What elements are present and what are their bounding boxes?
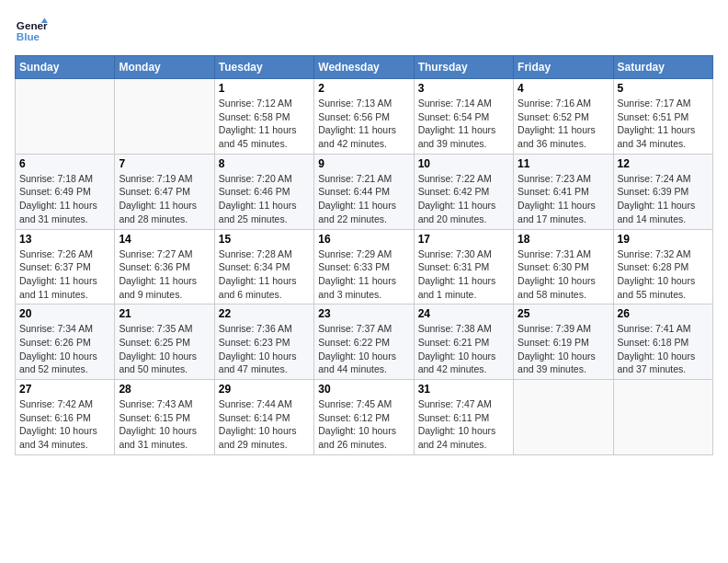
day-info: Sunrise: 7:37 AMSunset: 6:22 PMDaylight:… [318, 322, 409, 376]
day-number: 5 [618, 82, 709, 95]
calendar-table: SundayMondayTuesdayWednesdayThursdayFrid… [15, 55, 713, 455]
day-info: Sunrise: 7:39 AMSunset: 6:19 PMDaylight:… [518, 322, 609, 376]
calendar-cell: 21Sunrise: 7:35 AMSunset: 6:25 PMDayligh… [115, 304, 214, 380]
day-number: 28 [119, 383, 210, 396]
day-number: 19 [618, 233, 709, 246]
day-info: Sunrise: 7:32 AMSunset: 6:28 PMDaylight:… [618, 247, 709, 302]
day-number: 18 [518, 233, 609, 246]
day-info: Sunrise: 7:38 AMSunset: 6:21 PMDaylight:… [418, 322, 509, 376]
day-number: 12 [618, 157, 709, 170]
day-info: Sunrise: 7:41 AMSunset: 6:18 PMDaylight:… [618, 322, 709, 376]
day-number: 11 [518, 157, 609, 170]
calendar-cell: 23Sunrise: 7:37 AMSunset: 6:22 PMDayligh… [314, 304, 414, 380]
day-number: 27 [19, 383, 110, 396]
day-header-sunday: Sunday [16, 56, 115, 79]
calendar-cell: 4Sunrise: 7:16 AMSunset: 6:52 PMDaylight… [514, 79, 613, 155]
day-info: Sunrise: 7:21 AMSunset: 6:44 PMDaylight:… [318, 172, 409, 226]
day-info: Sunrise: 7:17 AMSunset: 6:51 PMDaylight:… [618, 97, 709, 151]
calendar-cell: 10Sunrise: 7:22 AMSunset: 6:42 PMDayligh… [414, 154, 513, 229]
page-header: General Blue [15, 15, 713, 48]
day-number: 23 [318, 307, 409, 320]
day-info: Sunrise: 7:35 AMSunset: 6:25 PMDaylight:… [119, 322, 210, 376]
calendar-cell: 5Sunrise: 7:17 AMSunset: 6:51 PMDaylight… [613, 79, 712, 155]
calendar-cell: 8Sunrise: 7:20 AMSunset: 6:46 PMDaylight… [214, 154, 313, 229]
day-number: 21 [119, 307, 210, 320]
day-info: Sunrise: 7:47 AMSunset: 6:11 PMDaylight:… [418, 397, 509, 452]
week-row-5: 27Sunrise: 7:42 AMSunset: 6:16 PMDayligh… [16, 380, 713, 455]
day-number: 15 [219, 233, 310, 246]
calendar-cell: 1Sunrise: 7:12 AMSunset: 6:58 PMDaylight… [214, 79, 313, 155]
day-number: 14 [119, 233, 210, 246]
day-info: Sunrise: 7:23 AMSunset: 6:41 PMDaylight:… [518, 172, 609, 226]
day-number: 29 [219, 383, 310, 396]
calendar-cell: 27Sunrise: 7:42 AMSunset: 6:16 PMDayligh… [16, 380, 115, 455]
day-info: Sunrise: 7:19 AMSunset: 6:47 PMDaylight:… [119, 172, 210, 226]
calendar-cell: 30Sunrise: 7:45 AMSunset: 6:12 PMDayligh… [314, 380, 414, 455]
calendar-cell: 14Sunrise: 7:27 AMSunset: 6:36 PMDayligh… [115, 229, 214, 304]
week-row-3: 13Sunrise: 7:26 AMSunset: 6:37 PMDayligh… [16, 229, 713, 304]
day-info: Sunrise: 7:34 AMSunset: 6:26 PMDaylight:… [19, 322, 110, 376]
calendar-cell [514, 380, 613, 455]
day-info: Sunrise: 7:43 AMSunset: 6:15 PMDaylight:… [119, 397, 210, 452]
day-number: 24 [418, 307, 509, 320]
svg-text:Blue: Blue [17, 30, 40, 42]
day-header-monday: Monday [115, 56, 214, 79]
day-number: 16 [318, 233, 409, 246]
calendar-cell [115, 79, 214, 155]
day-header-tuesday: Tuesday [214, 56, 313, 79]
day-number: 9 [318, 157, 409, 170]
day-header-wednesday: Wednesday [314, 56, 414, 79]
calendar-cell [16, 79, 115, 155]
calendar-cell: 19Sunrise: 7:32 AMSunset: 6:28 PMDayligh… [613, 229, 712, 304]
day-number: 3 [418, 82, 509, 95]
day-info: Sunrise: 7:42 AMSunset: 6:16 PMDaylight:… [19, 397, 110, 452]
day-number: 2 [318, 82, 409, 95]
calendar-cell: 29Sunrise: 7:44 AMSunset: 6:14 PMDayligh… [214, 380, 313, 455]
day-number: 4 [518, 82, 609, 95]
day-number: 30 [318, 383, 409, 396]
calendar-cell: 24Sunrise: 7:38 AMSunset: 6:21 PMDayligh… [414, 304, 513, 380]
week-row-4: 20Sunrise: 7:34 AMSunset: 6:26 PMDayligh… [16, 304, 713, 380]
day-info: Sunrise: 7:36 AMSunset: 6:23 PMDaylight:… [219, 322, 310, 376]
day-info: Sunrise: 7:12 AMSunset: 6:58 PMDaylight:… [219, 97, 310, 151]
day-info: Sunrise: 7:28 AMSunset: 6:34 PMDaylight:… [219, 247, 310, 302]
calendar-cell: 26Sunrise: 7:41 AMSunset: 6:18 PMDayligh… [613, 304, 712, 380]
calendar-cell: 6Sunrise: 7:18 AMSunset: 6:49 PMDaylight… [16, 154, 115, 229]
day-info: Sunrise: 7:45 AMSunset: 6:12 PMDaylight:… [318, 397, 409, 452]
day-info: Sunrise: 7:24 AMSunset: 6:39 PMDaylight:… [618, 172, 709, 226]
day-number: 6 [19, 157, 110, 170]
day-info: Sunrise: 7:29 AMSunset: 6:33 PMDaylight:… [318, 247, 409, 302]
week-row-1: 1Sunrise: 7:12 AMSunset: 6:58 PMDaylight… [16, 79, 713, 155]
day-info: Sunrise: 7:20 AMSunset: 6:46 PMDaylight:… [219, 172, 310, 226]
day-header-thursday: Thursday [414, 56, 513, 79]
day-number: 25 [518, 307, 609, 320]
calendar-cell: 20Sunrise: 7:34 AMSunset: 6:26 PMDayligh… [16, 304, 115, 380]
day-number: 7 [119, 157, 210, 170]
calendar-cell: 13Sunrise: 7:26 AMSunset: 6:37 PMDayligh… [16, 229, 115, 304]
day-info: Sunrise: 7:30 AMSunset: 6:31 PMDaylight:… [418, 247, 509, 302]
calendar-cell: 15Sunrise: 7:28 AMSunset: 6:34 PMDayligh… [214, 229, 313, 304]
day-info: Sunrise: 7:31 AMSunset: 6:30 PMDaylight:… [518, 247, 609, 302]
calendar-cell: 25Sunrise: 7:39 AMSunset: 6:19 PMDayligh… [514, 304, 613, 380]
day-info: Sunrise: 7:14 AMSunset: 6:54 PMDaylight:… [418, 97, 509, 151]
day-info: Sunrise: 7:44 AMSunset: 6:14 PMDaylight:… [219, 397, 310, 452]
calendar-cell: 28Sunrise: 7:43 AMSunset: 6:15 PMDayligh… [115, 380, 214, 455]
calendar-cell: 18Sunrise: 7:31 AMSunset: 6:30 PMDayligh… [514, 229, 613, 304]
day-number: 22 [219, 307, 310, 320]
day-info: Sunrise: 7:16 AMSunset: 6:52 PMDaylight:… [518, 97, 609, 151]
days-header-row: SundayMondayTuesdayWednesdayThursdayFrid… [16, 56, 713, 79]
calendar-cell: 31Sunrise: 7:47 AMSunset: 6:11 PMDayligh… [414, 380, 513, 455]
calendar-cell [613, 380, 712, 455]
calendar-cell: 3Sunrise: 7:14 AMSunset: 6:54 PMDaylight… [414, 79, 513, 155]
day-info: Sunrise: 7:27 AMSunset: 6:36 PMDaylight:… [119, 247, 210, 302]
calendar-cell: 17Sunrise: 7:30 AMSunset: 6:31 PMDayligh… [414, 229, 513, 304]
logo-icon: General Blue [15, 15, 48, 48]
calendar-cell: 22Sunrise: 7:36 AMSunset: 6:23 PMDayligh… [214, 304, 313, 380]
week-row-2: 6Sunrise: 7:18 AMSunset: 6:49 PMDaylight… [16, 154, 713, 229]
calendar-cell: 12Sunrise: 7:24 AMSunset: 6:39 PMDayligh… [613, 154, 712, 229]
calendar-cell: 11Sunrise: 7:23 AMSunset: 6:41 PMDayligh… [514, 154, 613, 229]
calendar-cell: 9Sunrise: 7:21 AMSunset: 6:44 PMDaylight… [314, 154, 414, 229]
day-number: 10 [418, 157, 509, 170]
day-number: 26 [618, 307, 709, 320]
day-info: Sunrise: 7:22 AMSunset: 6:42 PMDaylight:… [418, 172, 509, 226]
